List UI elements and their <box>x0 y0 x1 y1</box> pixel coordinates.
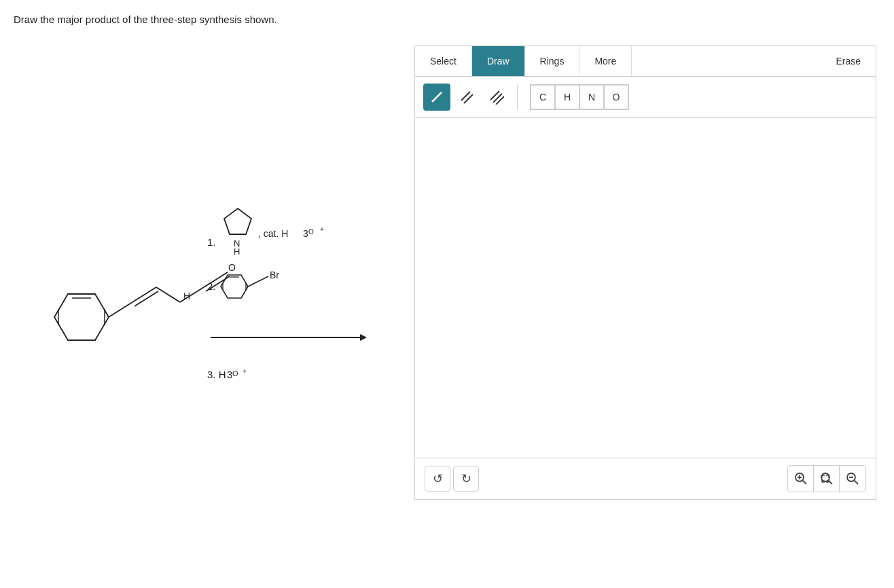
svg-text:1.: 1. <box>207 236 216 248</box>
footer-right <box>787 465 866 492</box>
zoom-in-button[interactable] <box>788 466 814 492</box>
draw-toolbar: Select Draw Rings More Erase <box>415 46 876 77</box>
svg-marker-0 <box>54 294 109 340</box>
erase-tab[interactable]: Erase <box>821 46 876 76</box>
svg-text:Br: Br <box>270 270 279 280</box>
draw-panel: Select Draw Rings More Erase <box>414 45 876 500</box>
chemistry-panel: H O 1. N H , cat. H 3 O + 2 <box>14 45 394 453</box>
svg-text:O: O <box>232 369 238 378</box>
triple-bond-button[interactable] <box>483 84 510 111</box>
svg-text:O: O <box>308 228 314 236</box>
zoom-out-button[interactable] <box>840 466 865 492</box>
main-layout: H O 1. N H , cat. H 3 O + 2 <box>14 45 880 500</box>
carbon-atom-button[interactable]: C <box>531 85 555 109</box>
svg-line-41 <box>802 481 806 485</box>
svg-point-44 <box>821 473 829 481</box>
footer-left: ↺ ↻ <box>425 466 479 492</box>
reaction-diagram: H O 1. N H , cat. H 3 O + 2 <box>14 45 380 453</box>
single-bond-icon <box>429 90 444 105</box>
double-bond-icon <box>459 90 474 105</box>
rings-tab[interactable]: Rings <box>525 46 580 76</box>
toolbar-divider <box>517 85 518 109</box>
more-tab[interactable]: More <box>579 46 632 76</box>
svg-line-39 <box>496 96 504 105</box>
svg-text:+: + <box>320 225 324 233</box>
zoom-fit-button[interactable] <box>814 466 840 492</box>
svg-line-4 <box>109 302 132 317</box>
undo-button[interactable]: ↺ <box>425 466 450 492</box>
oxygen-atom-button[interactable]: O <box>604 85 628 109</box>
svg-text:+: + <box>243 367 247 375</box>
atom-group: C H N O <box>530 84 629 110</box>
draw-footer: ↺ ↻ <box>415 458 876 499</box>
zoom-in-icon <box>794 472 808 485</box>
zoom-out-icon <box>846 472 859 485</box>
hydrogen-atom-button[interactable]: H <box>555 85 579 109</box>
triple-bond-icon <box>489 90 504 105</box>
double-bond-button[interactable] <box>453 84 480 111</box>
nitrogen-atom-button[interactable]: N <box>579 85 604 109</box>
svg-line-7 <box>156 287 180 302</box>
svg-text:3: 3 <box>303 228 308 239</box>
svg-marker-29 <box>360 334 367 341</box>
svg-line-34 <box>432 92 442 102</box>
svg-text:2.: 2. <box>207 280 216 292</box>
svg-text:H: H <box>234 246 240 257</box>
svg-marker-22 <box>221 275 248 298</box>
draw-canvas[interactable] <box>415 118 876 458</box>
single-bond-button[interactable] <box>423 84 450 111</box>
draw-sub-toolbar: C H N O <box>415 77 876 118</box>
svg-text:3. H: 3. H <box>207 369 226 380</box>
draw-tab[interactable]: Draw <box>472 46 525 76</box>
svg-text:O: O <box>228 262 236 273</box>
svg-text:, cat. H: , cat. H <box>258 228 288 239</box>
question-text: Draw the major product of the three-step… <box>14 14 880 25</box>
redo-button[interactable]: ↻ <box>453 466 479 492</box>
select-tab[interactable]: Select <box>415 46 472 76</box>
svg-line-55 <box>855 481 859 485</box>
svg-line-26 <box>248 276 268 287</box>
svg-marker-14 <box>224 208 251 234</box>
zoom-fit-icon <box>820 472 834 485</box>
